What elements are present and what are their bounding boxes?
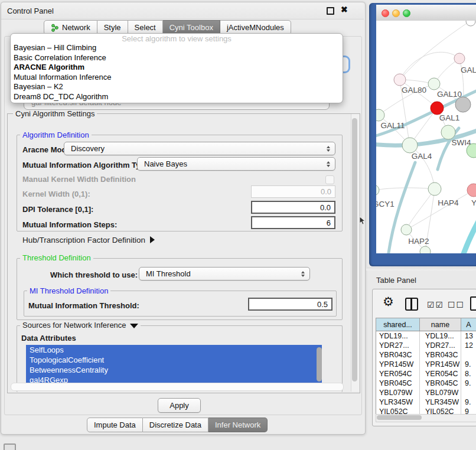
mi-type-combo[interactable]: Naive Bayes [137,157,335,171]
network-node-swi4[interactable] [441,125,455,139]
network-edge[interactable] [406,189,435,230]
tab-impute-data[interactable]: Impute Data [87,418,143,432]
mi-steps-field[interactable]: 6 [251,216,335,229]
node-label: GAL80 [402,86,426,94]
data-attributes-list: SelfLoopsTopologicalCoefficientBetweenne… [26,345,322,386]
table-cell: YER054C [420,369,461,379]
collapse-down-icon[interactable] [130,324,138,328]
network-node-gal1[interactable] [431,102,444,115]
table-row[interactable]: YDR27...YDR27...12 [376,341,476,350]
table-row[interactable]: YBR043CYBR043C [376,350,476,360]
which-threshold-label: Which threshold to use: [50,270,138,279]
close-icon[interactable]: ✖ [341,5,348,14]
control-panel-titlebar[interactable] [1,2,364,19]
dpi-tolerance-field[interactable]: 0.0 [251,201,335,214]
apply-button[interactable]: Apply [158,398,201,413]
table-hscroll[interactable] [376,414,476,422]
column-chooser-icon[interactable] [405,298,418,311]
table-row[interactable]: YBL079WYBL079W [376,388,476,397]
float-window-icon[interactable] [327,7,334,15]
table-cell: YPR145W [376,360,420,369]
tab-label: Select [135,23,156,32]
tab-label: Style [104,23,121,32]
hub-section-toggle[interactable]: Hub/Transcription Factor Definition [22,236,155,244]
node-label: GAL1 [439,113,460,122]
algorithm-option[interactable]: Mutual Information Inference [11,73,343,83]
table-settings-gear-icon[interactable]: ⚙ [383,295,394,309]
network-node-hap2[interactable] [401,224,412,235]
deselect-all-rows-icon[interactable]: ☐☐ [448,300,465,309]
tab-discretize-data[interactable]: Discretize Data [143,418,208,432]
zoom-traffic-light-icon[interactable] [403,9,410,17]
network-node-gal4[interactable] [402,138,418,153]
network-canvas[interactable]: GALGAL80GAL10GAL1GAL11SWI4GAL4GCY1HAP4YH… [376,21,476,253]
network-node[interactable] [455,97,471,112]
table-cell: YDR27... [376,341,420,350]
export-table-icon[interactable] [470,296,476,311]
kernel-width-field[interactable]: 0.0 [251,185,335,198]
table-panel-window: ⚙ ☑☑ ☐☐ shared...nameA YDL19...YDL19...1… [372,289,476,426]
network-edge[interactable] [462,212,476,253]
close-traffic-light-icon[interactable] [382,9,389,17]
algorithm-option[interactable]: Dream8 DC_TDC Algorithm [11,92,343,102]
threshold-definition-title: Threshold Definition [20,253,93,262]
network-node-hap4[interactable] [428,182,441,195]
table-row[interactable]: YBR045CYBR045C9. [376,379,476,388]
algorithm-option[interactable]: Basic Correlation Inference [11,53,343,63]
algorithm-definition-title: Algorithm Definition [20,131,92,139]
network-edge[interactable] [400,21,471,80]
mi-threshold-label: Mutual Information Threshold: [28,301,139,310]
mi-threshold-field[interactable]: 0.5 [248,298,332,311]
attribute-item[interactable]: TopologicalCoefficient [26,355,322,365]
algorithm-option[interactable]: Bayesian – Hill Climbing [11,43,343,53]
network-node[interactable] [466,21,475,26]
control-panel-title: Control Panel [7,6,54,15]
expand-right-icon[interactable] [150,236,155,243]
network-node-gal10[interactable] [428,78,440,90]
table-row[interactable]: YPR145WYPR145W9. [376,360,476,369]
column-header-a[interactable]: A [461,318,476,331]
table-header-row: shared...nameA [376,318,476,331]
mi-steps-label: Mutual Information Steps: [22,220,117,229]
aracne-mode-combo[interactable]: Discovery [64,142,335,155]
algorithm-option[interactable]: Bayesian – K2 [11,82,343,92]
node-table: shared...nameA YDL19...YDL19...13YDR27..… [376,318,476,415]
tab-infer-network[interactable]: Infer Network [208,418,268,432]
node-label: HAP2 [408,237,429,246]
network-node-y[interactable] [467,184,476,197]
table-row[interactable]: YLR345WYLR345W9. [376,397,476,407]
table-panel-title: Table Panel [376,276,416,285]
settings-hscroll[interactable] [11,383,344,391]
algorithm-dropdown: Select algorithm to view settings Bayesi… [10,33,343,103]
table-cell: YER054C [376,369,420,379]
algorithm-option[interactable]: ARACNE Algorithm [11,63,343,73]
network-node-gcy1[interactable] [376,185,379,195]
network-icon [51,24,59,32]
table-row[interactable]: YER054CYER054C8. [376,369,476,379]
minimized-panel-icon[interactable] [4,444,16,450]
sources-title[interactable]: Sources for Network Inference [20,321,141,330]
attribute-item[interactable]: BetweennessCentrality [26,365,322,375]
panel-splitter[interactable] [366,267,476,270]
attribute-item[interactable]: SelfLoops [26,345,322,355]
network-node-gal80[interactable] [394,74,406,86]
settings-panel-title: Cyni Algorithm Settings [13,109,97,118]
network-edge[interactable] [406,190,474,230]
settings-vscroll-thumb[interactable] [352,118,357,381]
network-graph: GALGAL80GAL10GAL1GAL11SWI4GAL4GCY1HAP4YH… [376,21,476,253]
network-window-titlebar[interactable] [376,5,476,21]
column-header-shared[interactable]: shared... [376,318,420,331]
attributes-list-scrollbar[interactable] [317,347,322,381]
manual-kernel-checkbox[interactable] [325,175,334,184]
select-all-rows-icon[interactable]: ☑☑ [427,300,444,309]
minimize-traffic-light-icon[interactable] [392,9,400,17]
column-header-name[interactable]: name [420,318,461,331]
table-cell: YPR145W [420,360,461,369]
table-hscroll-thumb[interactable] [377,415,422,420]
which-threshold-combo[interactable]: MI Threshold [139,267,310,281]
table-cell: YDL19... [420,331,461,341]
screen: Control Panel ✖ NetworkStyleSelectCyni T… [0,0,476,450]
network-edge[interactable] [400,52,459,80]
network-node-gal[interactable] [454,53,465,64]
table-row[interactable]: YDL19...YDL19...13 [376,331,476,341]
